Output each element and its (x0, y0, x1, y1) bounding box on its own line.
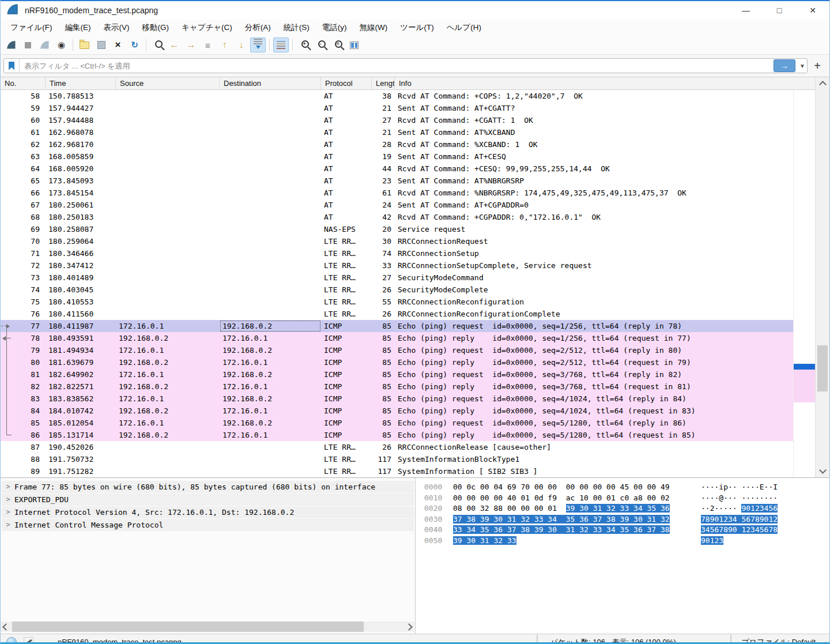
packet-row-80[interactable]: 80181.639679192.168.0.2172.16.0.1ICMP85E… (1, 356, 793, 368)
expert-info-icon[interactable] (6, 637, 17, 644)
packet-row-58[interactable]: 58150.788513AT38Rcvd AT Command: +COPS: … (1, 90, 793, 102)
packet-row-82[interactable]: 82182.822571192.168.0.2172.16.0.1ICMP85E… (1, 381, 793, 393)
expand-caret-icon[interactable]: > (2, 506, 14, 518)
packet-row-59[interactable]: 59157.944427AT21Sent AT Command: AT+CGAT… (1, 102, 793, 114)
detail-row-0[interactable]: >Frame 77: 85 bytes on wire (680 bits), … (2, 481, 414, 494)
apply-filter-button[interactable]: → (774, 59, 795, 72)
scroll-down-arrow-icon[interactable] (819, 466, 827, 474)
hex-row-0010[interactable]: 001000 00 00 00 40 01 0d f9 ac 10 00 01 … (424, 493, 829, 504)
find-packet-button[interactable] (150, 37, 165, 52)
column-header-time[interactable]: Time (46, 77, 116, 89)
packet-row-76[interactable]: 76180.411560LTE RR…26RRCConnectionReconf… (1, 308, 793, 320)
packet-row-78[interactable]: 78180.493591192.168.0.2172.16.0.1ICMP85E… (1, 332, 793, 344)
packet-row-89[interactable]: 89191.751282LTE RR…117SystemInformation … (1, 465, 793, 477)
packet-row-73[interactable]: 73180.401489LTE RR…27SecurityModeCommand (1, 272, 793, 284)
packet-row-74[interactable]: 74180.403045LTE RR…26SecurityModeComplet… (1, 284, 793, 296)
packet-row-67[interactable]: 67180.250061AT24Sent AT Command: AT+CGPA… (1, 199, 793, 211)
packet-row-63[interactable]: 63168.005859AT19Sent AT Command: AT+CESQ (1, 150, 793, 163)
hex-row-0000[interactable]: 000000 0c 00 04 69 70 00 00 00 00 00 00 … (424, 482, 829, 493)
packet-row-85[interactable]: 85185.012054172.16.0.1192.168.0.2ICMP85E… (1, 417, 793, 429)
hex-row-0030[interactable]: 003037 38 39 30 31 32 33 34 35 36 37 38 … (424, 514, 829, 525)
close-file-button[interactable]: × (110, 37, 126, 52)
menu-item-a[interactable]: 分析(A) (239, 20, 277, 35)
resize-grip[interactable] (823, 640, 828, 644)
packet-row-88[interactable]: 88191.750732LTE RR…117SystemInformationB… (1, 453, 793, 465)
packet-row-87[interactable]: 87190.452026LTE RR…26RRCConnectionReleas… (1, 441, 793, 453)
reload-file-button[interactable]: ↻ (127, 37, 142, 52)
auto-scroll-button[interactable] (250, 37, 266, 52)
packet-row-79[interactable]: 79181.494934172.16.0.1192.168.0.2ICMP85E… (1, 344, 793, 356)
detail-row-2[interactable]: >Internet Protocol Version 4, Src: 172.1… (2, 506, 414, 519)
add-filter-button[interactable]: + (810, 59, 825, 73)
menu-item-f[interactable]: ファイル(F) (4, 20, 59, 35)
column-header-no[interactable]: No. (1, 77, 46, 89)
expand-caret-icon[interactable]: > (2, 481, 14, 493)
restart-capture-button[interactable] (37, 37, 52, 52)
menu-item-g[interactable]: 移動(G) (136, 20, 176, 35)
hex-row-0050[interactable]: 005039 30 31 32 3390123 (424, 536, 829, 547)
go-first-packet-button[interactable]: ↑ (217, 37, 232, 52)
scroll-left-arrow-icon[interactable] (2, 623, 10, 631)
scrollbar-minimap[interactable] (793, 90, 817, 477)
save-file-button[interactable] (93, 37, 109, 52)
packet-row-84[interactable]: 84184.010742192.168.0.2172.16.0.1ICMP85E… (1, 405, 793, 417)
expand-caret-icon[interactable]: > (2, 494, 14, 506)
hex-row-0020[interactable]: 002008 00 32 88 00 00 00 01 39 30 31 32 … (424, 503, 829, 514)
column-header-source[interactable]: Source (116, 77, 220, 89)
horizontal-scrollbar[interactable] (1, 622, 414, 632)
packet-row-72[interactable]: 72180.347412LTE RR…33RRCConnectionSetupC… (1, 259, 793, 272)
packet-row-86[interactable]: 86185.131714192.168.0.2172.16.0.1ICMP85E… (1, 429, 793, 441)
go-forward-button[interactable]: → (183, 37, 199, 52)
go-last-packet-button[interactable]: ↓ (233, 37, 249, 52)
menu-item-w[interactable]: 無線(W) (353, 20, 394, 35)
detail-row-1[interactable]: >EXPORTED_PDU (2, 494, 414, 506)
go-to-packet-button[interactable]: ≡ (200, 37, 216, 52)
close-button[interactable]: ✕ (796, 1, 829, 20)
packet-row-83[interactable]: 83183.838562172.16.0.1192.168.0.2ICMP85E… (1, 393, 793, 405)
expand-caret-icon[interactable]: > (2, 519, 14, 531)
packet-row-69[interactable]: 69180.258087NAS-EPS20Service request (1, 223, 793, 235)
menu-item-s[interactable]: 統計(S) (277, 20, 316, 35)
minimize-button[interactable]: — (729, 1, 763, 20)
packet-row-70[interactable]: 70180.259064LTE RR…30RRCConnectionReques… (1, 235, 793, 247)
packet-row-81[interactable]: 81182.649902172.16.0.1192.168.0.2ICMP85E… (1, 368, 793, 381)
hex-row-0040[interactable]: 004033 34 35 36 37 38 39 30 31 32 33 34 … (424, 525, 829, 536)
packet-row-75[interactable]: 75180.410553LTE RR…55RRCConnectionReconf… (1, 296, 793, 308)
menu-item-v[interactable]: 表示(V) (97, 20, 136, 35)
colorize-packets-button[interactable] (273, 37, 289, 52)
zoom-out-button[interactable]: - (313, 37, 329, 52)
column-header-protocol[interactable]: Protocol (321, 77, 372, 89)
column-header-info[interactable]: Info (395, 77, 816, 89)
display-filter-input[interactable] (20, 62, 774, 70)
menu-item-y[interactable]: 電話(y) (316, 20, 353, 35)
packet-row-60[interactable]: 60157.944488AT27Rcvd AT Command: +CGATT:… (1, 114, 793, 126)
scroll-up-arrow-icon[interactable] (819, 81, 827, 88)
packet-row-66[interactable]: 66173.845154AT61Rcvd AT Command: %NBRGRS… (1, 187, 793, 199)
column-header-destination[interactable]: Destination (220, 77, 321, 89)
scroll-right-arrow-icon[interactable] (405, 623, 413, 631)
menu-item-e[interactable]: 編集(E) (59, 20, 97, 35)
profile-label[interactable]: プロファイル: Default (731, 634, 823, 644)
filter-dropdown-caret[interactable]: ▼ (798, 63, 807, 69)
filter-bookmark-button[interactable] (4, 59, 20, 73)
packet-row-64[interactable]: 64168.005920AT44Rcvd AT Command: +CESQ: … (1, 163, 793, 175)
packet-row-68[interactable]: 68180.250183AT42Rcvd AT Command: +CGPADD… (1, 211, 793, 223)
column-header-length[interactable]: Length (372, 77, 395, 89)
open-file-button[interactable] (77, 37, 92, 52)
packet-row-65[interactable]: 65173.845093AT23Sent AT Command: AT%NBRG… (1, 175, 793, 187)
menu-item-c[interactable]: キャプチャ(C) (175, 20, 239, 35)
vertical-scrollbar-thumb[interactable] (817, 345, 828, 391)
stop-capture-button[interactable] (20, 37, 36, 52)
packet-row-77[interactable]: 77180.411987172.16.0.1192.168.0.2ICMP85E… (1, 320, 793, 332)
go-back-button[interactable]: ← (167, 37, 182, 52)
capture-options-button[interactable]: ◉ (54, 37, 69, 52)
zoom-in-button[interactable]: + (296, 37, 312, 52)
start-capture-button[interactable] (3, 37, 19, 52)
packet-row-71[interactable]: 71180.346466LTE RR…74RRCConnectionSetup (1, 247, 793, 259)
zoom-100-button[interactable]: = (330, 37, 345, 52)
detail-row-3[interactable]: >Internet Control Message Protocol (2, 519, 414, 532)
capture-comment-icon[interactable] (24, 637, 33, 644)
horizontal-scrollbar-thumb[interactable] (12, 622, 364, 632)
packet-row-61[interactable]: 61162.968078AT21Sent AT Command: AT%XCBA… (1, 126, 793, 138)
packet-row-62[interactable]: 62162.968170AT28Rcvd AT Command: %XCBAND… (1, 138, 793, 150)
